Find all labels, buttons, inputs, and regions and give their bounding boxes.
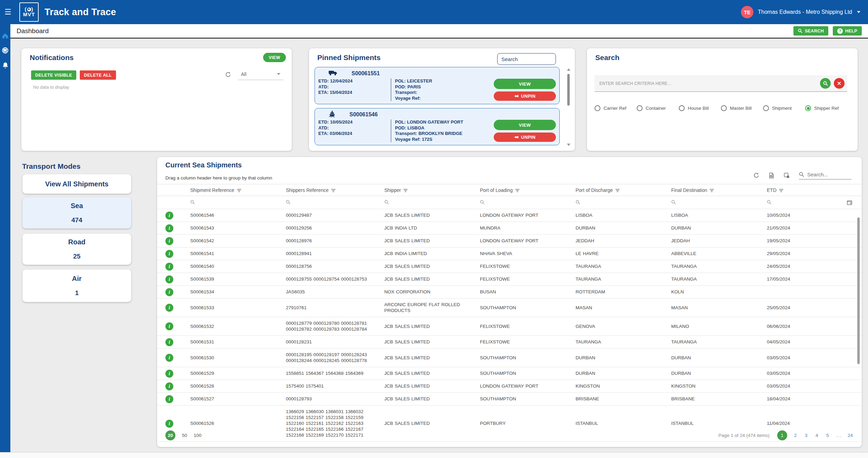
page-number[interactable]: 24 [848,433,853,438]
avatar[interactable]: TE [741,6,753,18]
page-size-option[interactable]: 100 [194,433,202,438]
info-icon[interactable]: i [165,237,173,245]
info-icon[interactable]: i [165,250,173,258]
info-icon[interactable]: i [165,338,173,346]
table-search-input[interactable] [807,172,845,177]
table-row: i S00061534 JAS6035 NOX CORPORATION BUSA… [157,286,862,299]
search-type-radio[interactable]: Master Bill [721,105,763,111]
info-icon[interactable]: i [165,382,173,390]
cell-port-of-discharge: TAURANGA [572,273,668,286]
unpin-button[interactable]: UNPIN [494,133,556,142]
column-header[interactable]: Port of Discharge [572,184,668,196]
filter-cell[interactable] [381,196,476,209]
bell-icon[interactable] [2,62,8,68]
view-shipment-button[interactable]: VIEW [494,120,556,130]
globe-icon[interactable] [2,47,8,53]
search-button[interactable]: SEARCH [793,26,828,36]
page-size-option[interactable]: 20 [165,430,175,440]
help-button[interactable]: ? HELP [833,26,862,36]
info-icon[interactable]: i [165,420,173,428]
unpin-button[interactable]: UNPIN [494,91,556,101]
column-header[interactable]: Shipment Reference [187,184,282,196]
view-shipment-button[interactable]: VIEW [494,79,556,89]
info-icon[interactable]: i [165,275,173,283]
column-header[interactable]: Shipper [381,184,476,196]
chevron-down-icon[interactable] [857,11,860,13]
search-type-radio[interactable]: House Bill [679,105,721,111]
info-icon[interactable]: i [165,354,173,362]
column-header[interactable]: ETD [763,184,862,196]
scrollbar-thumb[interactable] [567,74,570,106]
page-number[interactable]: 5 [825,433,830,438]
delete-visible-button[interactable]: DELETE VISIBLE [31,70,76,80]
column-chooser-icon[interactable] [784,173,790,178]
column-header[interactable]: Final Destination [668,184,763,196]
page-number[interactable]: 4 [814,433,819,438]
search-type-radio[interactable]: Shipment [763,105,805,111]
filter-cell[interactable] [572,196,668,209]
user-name[interactable]: Thomas Edwards - Metro Shipping Ltd [758,9,852,15]
refresh-icon[interactable] [225,72,231,78]
ship-icon [329,110,336,119]
page-number[interactable]: 2 [793,433,798,438]
cell-port-of-discharge: KINGSTON [572,380,668,393]
filter-cell[interactable] [282,196,381,209]
delete-all-button[interactable]: DELETE ALL [80,70,116,80]
filter-icon[interactable] [710,189,714,192]
refresh-icon[interactable] [753,173,759,178]
pager-summary: Page 1 of 24 (474 items) [718,433,770,438]
shipments-table-panel: Current Sea Shipments Drag a column head… [157,157,862,447]
info-icon[interactable]: i [165,288,173,296]
filter-icon[interactable] [403,189,408,192]
notifications-view-button[interactable]: VIEW [263,53,286,62]
filter-icon[interactable] [779,189,783,192]
cell-etd: 29/05/2024 [763,247,862,260]
clear-search-button[interactable]: ✕ [834,78,845,89]
page-number[interactable]: 3 [804,433,809,438]
pinned-shipments-panel: Pinned Shipments S00061551 ETD: 12/04/20… [309,48,575,151]
export-icon[interactable] [769,173,774,178]
column-header[interactable]: Port of Loading [476,184,572,196]
filter-icon[interactable] [515,189,520,192]
hamburger-menu-icon[interactable]: ☰ [4,8,13,17]
horizontal-scrollbar-track[interactable] [0,452,868,458]
filter-cell[interactable] [476,196,572,209]
filter-icon[interactable] [615,189,620,192]
filter-icon[interactable] [237,189,241,192]
search-criteria-input[interactable] [599,81,820,86]
table-scrollbar-thumb[interactable] [857,217,860,364]
run-search-button[interactable] [820,78,831,89]
filter-icon[interactable] [331,189,336,192]
cell-port-of-loading: SOUTHAMPTON [476,393,572,406]
filter-cell[interactable] [763,196,862,209]
transport-mode-card[interactable]: Sea 474 [22,197,131,228]
info-icon[interactable]: i [165,224,173,232]
cell-shippers-reference: 27910761 [282,299,381,317]
search-type-radio[interactable]: Container [637,105,679,111]
notifications-filter-dropdown[interactable]: All [238,68,283,80]
scroll-up-icon[interactable] [567,68,570,71]
info-icon[interactable]: i [165,212,173,220]
page-number[interactable]: ... [836,433,842,438]
info-icon[interactable]: i [165,304,173,312]
calendar-icon[interactable] [847,200,852,205]
transport-mode-card[interactable]: Air 1 [22,270,131,302]
pinned-search-input[interactable] [497,53,556,65]
search-type-radio[interactable]: Shipper Ref [805,105,847,111]
view-all-shipments-button[interactable]: View All Shipments [22,174,131,194]
search-type-radio[interactable]: Carrier Ref [595,105,637,111]
info-icon[interactable]: i [165,322,173,330]
info-icon[interactable]: i [165,263,173,271]
info-icon[interactable]: i [165,395,173,403]
page-size-option[interactable]: 50 [182,433,187,438]
filter-cell[interactable] [187,196,282,209]
filter-cell[interactable] [668,196,763,209]
column-header[interactable]: Shippers Reference [282,184,381,196]
home-icon[interactable] [2,33,8,39]
pinned-scrollbar[interactable] [567,68,571,146]
info-icon[interactable]: i [165,370,173,378]
transport-mode-card[interactable]: Road 25 [22,234,131,265]
cell-shippers-reference: 0000128195 0000128197 0000128243 0000128… [282,349,381,367]
scroll-down-icon[interactable] [567,144,570,146]
page-number[interactable]: 1 [777,430,787,440]
